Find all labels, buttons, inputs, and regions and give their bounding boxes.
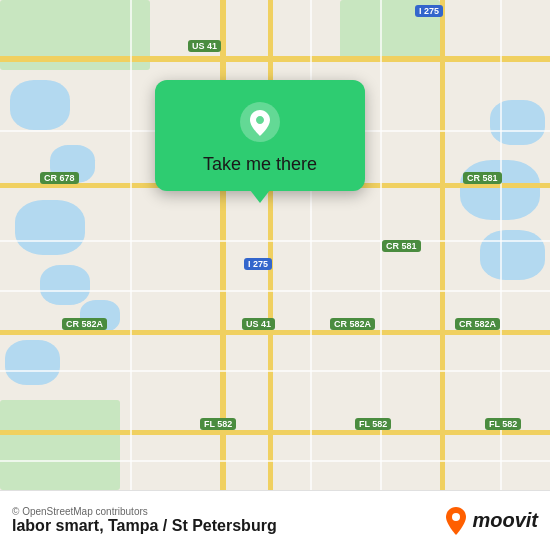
- road: [268, 0, 273, 490]
- take-me-there-button[interactable]: Take me there: [203, 154, 317, 175]
- highway-label-cr581-right: CR 581: [463, 172, 502, 184]
- water-body: [15, 200, 85, 255]
- road: [0, 240, 550, 242]
- moovit-logo: moovit: [444, 507, 538, 535]
- highway-label-cr582a-left: CR 582A: [62, 318, 107, 330]
- road: [0, 460, 550, 462]
- svg-point-1: [452, 513, 460, 521]
- highway-label-fl582-right: FL 582: [485, 418, 521, 430]
- water-body: [10, 80, 70, 130]
- road: [0, 290, 550, 292]
- water-body: [480, 230, 545, 280]
- highway-label-fl582-left: FL 582: [200, 418, 236, 430]
- moovit-pin-icon: [444, 507, 468, 535]
- park-area: [0, 400, 120, 490]
- highway-label-cr678: CR 678: [40, 172, 79, 184]
- highway-label-us41-mid: US 41: [242, 318, 275, 330]
- highway-label-us41-top: US 41: [188, 40, 221, 52]
- road: [310, 0, 312, 490]
- attribution-text: © OpenStreetMap contributors: [12, 506, 444, 517]
- road: [0, 430, 550, 435]
- bottom-bar: © OpenStreetMap contributors labor smart…: [0, 490, 550, 550]
- highway-label-cr582a-right: CR 582A: [455, 318, 500, 330]
- location-pin-icon: [238, 100, 282, 144]
- highway-label-i275-top: I 275: [415, 5, 443, 17]
- bottom-left-info: © OpenStreetMap contributors labor smart…: [12, 506, 444, 535]
- road: [0, 370, 550, 372]
- road: [440, 0, 445, 490]
- location-name: labor smart, Tampa / St Petersburg: [12, 517, 444, 535]
- water-body: [490, 100, 545, 145]
- water-body: [5, 340, 60, 385]
- moovit-brand-text: moovit: [472, 509, 538, 532]
- road: [0, 330, 550, 335]
- popup-card[interactable]: Take me there: [155, 80, 365, 191]
- road: [0, 56, 550, 62]
- water-body: [40, 265, 90, 305]
- map-container: I 275 US 41 CR 678 CR 581 I 275 CR 581 U…: [0, 0, 550, 490]
- road: [130, 0, 132, 490]
- highway-label-cr581-mid: CR 581: [382, 240, 421, 252]
- highway-label-cr582a-mid: CR 582A: [330, 318, 375, 330]
- road: [220, 0, 226, 490]
- road: [500, 0, 502, 490]
- highway-label-i275-mid: I 275: [244, 258, 272, 270]
- highway-label-fl582-mid: FL 582: [355, 418, 391, 430]
